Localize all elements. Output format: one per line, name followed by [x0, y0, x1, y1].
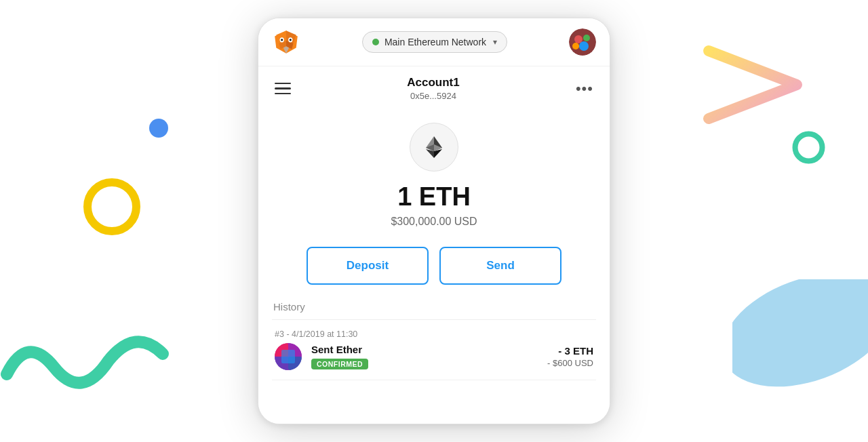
more-options-button[interactable]: •••	[576, 80, 593, 98]
network-status-dot	[372, 39, 379, 45]
yellow-ring-decoration	[81, 176, 142, 237]
transaction-amount-usd: - $600 USD	[547, 358, 593, 368]
squiggle-decoration	[0, 320, 170, 401]
transaction-amounts: - 3 ETH - $600 USD	[547, 345, 593, 368]
eth-icon-wrapper	[410, 123, 458, 172]
phone-screen: Main Ethereum Network ▾	[258, 18, 610, 424]
triangle-decoration	[698, 41, 807, 129]
hamburger-menu[interactable]	[275, 83, 291, 95]
transaction-type: Sent Ether	[311, 344, 368, 355]
blue-blob-decoration	[732, 279, 868, 388]
svg-rect-29	[281, 350, 295, 363]
chevron-down-icon: ▾	[493, 37, 497, 47]
phone-mockup: Main Ethereum Network ▾	[258, 18, 610, 424]
transaction-date: #3 - 4/1/2019 at 11:30	[275, 329, 593, 339]
balance-eth: 1 ETH	[397, 182, 471, 212]
topbar: Main Ethereum Network ▾	[258, 18, 610, 66]
ethereum-icon	[422, 135, 446, 159]
transaction-amount-eth: - 3 ETH	[547, 345, 593, 357]
svg-point-15	[583, 35, 590, 41]
network-selector[interactable]: Main Ethereum Network ▾	[362, 31, 507, 53]
svg-point-0	[87, 182, 136, 231]
svg-point-17	[572, 43, 579, 49]
action-buttons: Deposit Send	[272, 247, 596, 285]
metamask-logo	[272, 28, 300, 56]
svg-point-11	[290, 39, 292, 41]
history-section: History #3 - 4/1/2019 at 11:30	[272, 301, 596, 424]
send-button[interactable]: Send	[439, 247, 561, 285]
transaction-info: Sent Ether CONFIRMED	[311, 344, 368, 369]
network-name: Main Ethereum Network	[384, 37, 486, 47]
balance-usd: $300,000.00 USD	[391, 216, 477, 228]
deposit-button[interactable]: Deposit	[307, 247, 429, 285]
transaction-left: Sent Ether CONFIRMED	[275, 343, 368, 370]
hamburger-line-3	[275, 93, 291, 95]
hamburger-line-1	[275, 83, 291, 85]
account-info: Account1 0x5e...5924	[407, 76, 459, 101]
account-header: Account1 0x5e...5924 •••	[258, 66, 610, 109]
hamburger-line-2	[275, 87, 291, 89]
transaction-row: Sent Ether CONFIRMED - 3 ETH - $600 USD	[275, 343, 593, 370]
svg-point-16	[579, 41, 589, 51]
svg-point-2	[732, 279, 868, 388]
history-label: History	[272, 301, 596, 313]
account-name: Account1	[407, 76, 459, 89]
blue-dot-decoration	[149, 119, 168, 138]
svg-point-10	[281, 39, 283, 41]
green-ring-decoration	[790, 129, 827, 166]
account-address: 0x5e...5924	[407, 91, 459, 101]
transaction-avatar	[275, 343, 302, 370]
svg-point-1	[795, 134, 823, 161]
account-avatar[interactable]	[569, 28, 596, 56]
transaction-meta: #3 - 4/1/2019 at 11:30	[275, 329, 593, 370]
transaction-status-badge: CONFIRMED	[311, 359, 368, 369]
main-content: 1 ETH $300,000.00 USD Deposit Send Histo…	[258, 109, 610, 424]
transaction-item[interactable]: #3 - 4/1/2019 at 11:30	[272, 320, 596, 380]
